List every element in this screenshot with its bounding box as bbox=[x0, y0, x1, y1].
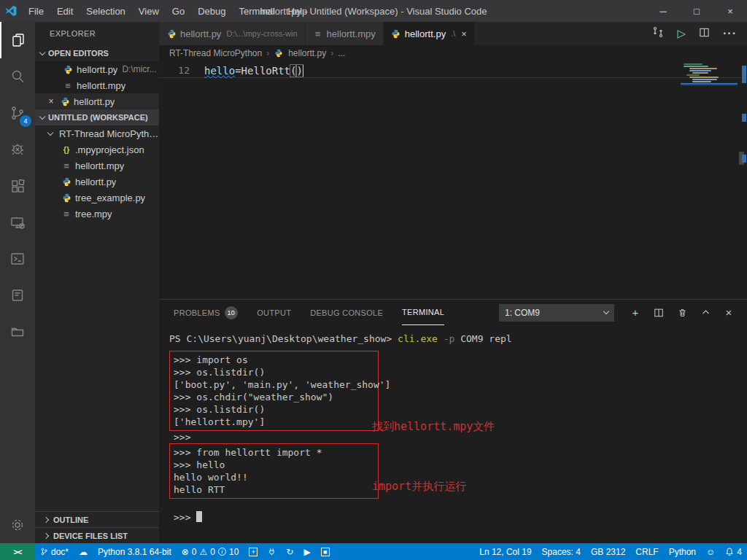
split-terminal-icon[interactable] bbox=[652, 306, 665, 319]
breadcrumb[interactable]: RT-Thread MicroPython › hellortt.py › ..… bbox=[159, 45, 747, 61]
menu-help[interactable]: Help bbox=[282, 0, 314, 22]
split-editor-icon[interactable] bbox=[699, 27, 710, 41]
close-button[interactable]: × bbox=[713, 0, 747, 22]
python-interpreter-status[interactable]: Python 3.8.1 64-bit bbox=[93, 543, 177, 560]
menu-file[interactable]: File bbox=[22, 0, 50, 22]
stop-icon[interactable]: ■ bbox=[316, 543, 335, 560]
more-actions-icon[interactable]: ··· bbox=[723, 27, 737, 40]
annotation-box-import: >>> from hellortt import * >>> hello hel… bbox=[169, 443, 379, 499]
file-hellortt-py[interactable]: hellortt.py bbox=[35, 174, 159, 190]
open-editor-item[interactable]: ≡ hellortt.mpy bbox=[35, 77, 159, 93]
menu-selection[interactable]: Selection bbox=[80, 0, 131, 22]
python-icon bbox=[391, 29, 401, 39]
publish-cloud-icon[interactable]: ☁ bbox=[74, 543, 93, 560]
run-python-file-icon[interactable]: ▷ bbox=[677, 27, 686, 40]
indentation-status[interactable]: Spaces: 4 bbox=[537, 543, 586, 560]
maximize-button[interactable]: □ bbox=[680, 0, 713, 22]
remote-indicator[interactable]: >< bbox=[0, 543, 35, 560]
terminal-select[interactable]: 1: COM9 bbox=[499, 304, 614, 322]
sidebar-title: EXPLORER bbox=[35, 22, 159, 45]
annotation-found-file: 找到hellortt.mpy文件 bbox=[372, 421, 495, 433]
minimap[interactable] bbox=[681, 63, 738, 85]
new-terminal-icon[interactable]: + bbox=[629, 306, 642, 319]
close-panel-icon[interactable]: × bbox=[722, 306, 735, 319]
notifications-bell[interactable]: 4 bbox=[720, 543, 747, 560]
workspace-header[interactable]: UNTITLED (WORKSPACE) bbox=[35, 109, 159, 125]
menu-view[interactable]: View bbox=[132, 0, 166, 22]
menu-edit[interactable]: Edit bbox=[50, 0, 80, 22]
chevron-right-icon bbox=[43, 516, 49, 522]
eol-status[interactable]: CRLF bbox=[630, 543, 663, 560]
python-icon bbox=[274, 49, 284, 58]
tab-hellortt-py-active[interactable]: hellortt.py .\ × bbox=[384, 22, 475, 45]
menu-go[interactable]: Go bbox=[166, 0, 191, 22]
document-view-icon[interactable] bbox=[0, 277, 35, 314]
cursor-position-status[interactable]: Ln 12, Col 19 bbox=[474, 543, 536, 560]
terminal-output[interactable]: PS C:\Users\yuanj\Desktop\weather_show> … bbox=[159, 325, 747, 543]
sync-icon[interactable]: ↻ bbox=[281, 543, 298, 560]
error-icon: ⊗ bbox=[182, 548, 189, 556]
mpy-file-icon: ≡ bbox=[61, 209, 71, 219]
tab-close-icon[interactable]: × bbox=[461, 28, 467, 39]
encoding-status[interactable]: GB 2312 bbox=[586, 543, 630, 560]
problems-badge: 10 bbox=[225, 306, 239, 319]
text-cursor bbox=[303, 65, 304, 77]
file-hellortt-mpy[interactable]: ≡ hellortt.mpy bbox=[35, 158, 159, 174]
overview-ruler-marker bbox=[742, 66, 746, 83]
menu-debug[interactable]: Debug bbox=[191, 0, 232, 22]
settings-gear-icon[interactable] bbox=[0, 507, 35, 543]
mpy-file-icon: ≡ bbox=[63, 81, 73, 90]
minimap-current-line bbox=[681, 83, 738, 85]
file-tree-mpy[interactable]: ≡ tree.mpy bbox=[35, 206, 159, 222]
debug-icon[interactable] bbox=[0, 131, 35, 168]
folder-rt-thread-micropython[interactable]: RT-Thread MicroPython bbox=[35, 125, 159, 141]
explorer-icon[interactable] bbox=[0, 22, 35, 58]
open-editors-header[interactable]: OPEN EDITORS bbox=[35, 45, 159, 61]
python-icon bbox=[61, 177, 71, 187]
plug-connection-icon[interactable] bbox=[263, 543, 281, 560]
annotation-box-listdir: >>> import os >>> os.listdir() ['boot.py… bbox=[169, 351, 379, 431]
outline-section[interactable]: OUTLINE bbox=[35, 511, 159, 527]
source-control-icon[interactable]: 4 bbox=[0, 95, 35, 131]
vscode-window: File Edit Selection View Go Debug Termin… bbox=[0, 0, 747, 560]
device-files-list-section[interactable]: DEVICE FILES LIST bbox=[35, 527, 159, 543]
language-mode-status[interactable]: Python bbox=[664, 543, 701, 560]
git-branch-status[interactable]: doc* bbox=[35, 543, 74, 560]
tab-terminal[interactable]: TERMINAL bbox=[402, 300, 444, 325]
problems-status[interactable]: ⊗0 ⚠0 i10 bbox=[177, 543, 244, 560]
extensions-icon[interactable] bbox=[0, 168, 35, 204]
python-icon bbox=[60, 97, 70, 106]
file-tree-example-py[interactable]: tree_example.py bbox=[35, 190, 159, 206]
device-folder-icon[interactable] bbox=[0, 314, 35, 350]
open-changes-icon[interactable] bbox=[652, 26, 664, 41]
add-device-icon[interactable]: + bbox=[244, 543, 263, 560]
feedback-smiley-icon[interactable]: ☺ bbox=[701, 543, 720, 560]
remote-device-icon[interactable] bbox=[0, 204, 35, 241]
search-icon[interactable] bbox=[0, 58, 35, 95]
close-icon[interactable]: × bbox=[45, 96, 57, 106]
terminal-cursor bbox=[196, 511, 202, 522]
vscode-logo-icon bbox=[0, 0, 22, 22]
terminal-panel-icon[interactable] bbox=[0, 241, 35, 277]
kill-terminal-trash-icon[interactable] bbox=[676, 306, 689, 319]
tab-output[interactable]: OUTPUT bbox=[257, 300, 291, 325]
overview-ruler-marker bbox=[742, 155, 746, 163]
breadcrumb-separator: › bbox=[330, 48, 333, 58]
json-file-icon: {} bbox=[61, 145, 71, 154]
chevron-down-icon bbox=[47, 129, 53, 135]
code-editor[interactable]: 12hello = HelloRtt() bbox=[159, 61, 747, 299]
run-icon[interactable]: ▶ bbox=[298, 543, 315, 560]
file-mpyproject-json[interactable]: {} .mpyproject.json bbox=[35, 141, 159, 158]
open-editor-item[interactable]: hellortt.py D:\micr... bbox=[35, 61, 159, 77]
open-editor-item-active[interactable]: × hellortt.py bbox=[35, 93, 159, 109]
tab-problems[interactable]: PROBLEMS 10 bbox=[174, 300, 238, 325]
tab-hellortt-py-mpy-cross[interactable]: hellortt.py D:\...\mpy-cross-win bbox=[159, 22, 306, 45]
tab-hellortt-mpy[interactable]: ≡ hellortt.mpy bbox=[306, 22, 384, 45]
minimize-button[interactable]: ─ bbox=[646, 0, 680, 22]
tab-debug-console[interactable]: DEBUG CONSOLE bbox=[310, 300, 383, 325]
terminal-prompt[interactable]: >>> bbox=[169, 511, 747, 524]
editor-tab-bar: hellortt.py D:\...\mpy-cross-win ≡ hello… bbox=[159, 22, 747, 45]
mpy-file-icon: ≡ bbox=[61, 161, 71, 171]
menu-terminal[interactable]: Terminal bbox=[232, 0, 281, 22]
maximize-panel-icon[interactable] bbox=[699, 306, 712, 319]
